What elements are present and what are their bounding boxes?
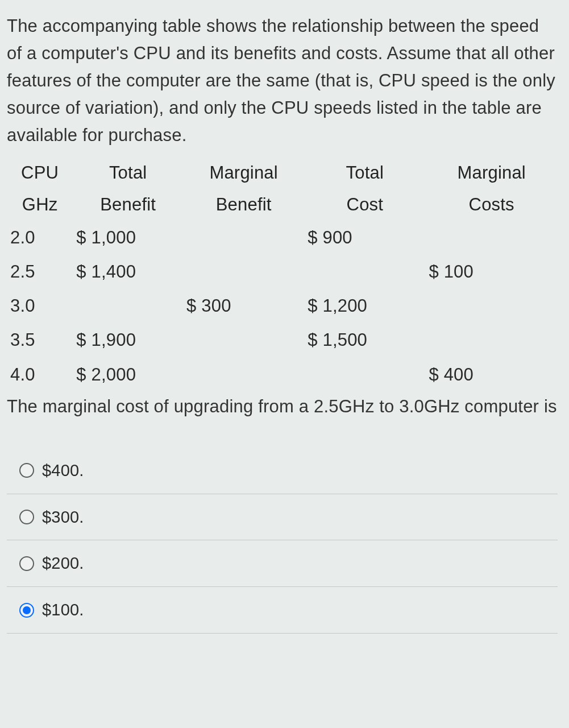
radio-icon	[19, 463, 34, 478]
option-200[interactable]: $200.	[7, 540, 558, 587]
data-table: CPU Total Marginal Total Marginal GHz Be…	[7, 157, 558, 391]
table-header-row-2: GHz Benefit Benefit Cost Costs	[7, 189, 558, 221]
cell-tc	[304, 358, 425, 392]
table-row: 3.0 $ 300 $ 1,200	[7, 289, 558, 323]
option-label: $400.	[42, 458, 84, 483]
option-label: $100.	[42, 597, 84, 623]
cell-mb	[183, 323, 304, 357]
option-300[interactable]: $300.	[7, 494, 558, 541]
header-tb-1: Total	[73, 157, 183, 189]
cell-tb: $ 1,000	[73, 221, 183, 255]
option-400[interactable]: $400.	[7, 448, 558, 494]
cell-tc: $ 1,200	[304, 289, 425, 323]
cell-mc	[425, 289, 558, 323]
header-mb-2: Benefit	[183, 189, 304, 221]
cell-mc	[425, 221, 558, 255]
cell-ghz: 2.0	[7, 221, 73, 255]
cell-ghz: 3.0	[7, 289, 73, 323]
table-row: 2.0 $ 1,000 $ 900	[7, 221, 558, 255]
radio-icon	[19, 603, 34, 618]
cell-tc: $ 1,500	[304, 323, 425, 357]
header-cpu-1: CPU	[7, 157, 73, 189]
table-header-row-1: CPU Total Marginal Total Marginal	[7, 157, 558, 189]
header-mc-2: Costs	[425, 189, 558, 221]
cell-mc: $ 100	[425, 255, 558, 289]
cell-tb: $ 2,000	[73, 358, 183, 392]
cell-ghz: 4.0	[7, 358, 73, 392]
cell-tc	[304, 255, 425, 289]
options-group: $400. $300. $200. $100.	[7, 448, 558, 634]
table-row: 2.5 $ 1,400 $ 100	[7, 255, 558, 289]
header-tc-2: Cost	[304, 189, 425, 221]
cell-mb	[183, 255, 304, 289]
table-row: 4.0 $ 2,000 $ 400	[7, 358, 558, 392]
header-tc-1: Total	[304, 157, 425, 189]
header-cpu-2: GHz	[7, 189, 73, 221]
header-tb-2: Benefit	[73, 189, 183, 221]
radio-icon	[19, 556, 34, 571]
option-label: $200.	[42, 551, 84, 576]
table-row: 3.5 $ 1,900 $ 1,500	[7, 323, 558, 357]
cell-ghz: 3.5	[7, 323, 73, 357]
cell-mb	[183, 221, 304, 255]
cell-tb	[73, 289, 183, 323]
cell-mb	[183, 358, 304, 392]
question-intro: The accompanying table shows the relatio…	[7, 13, 558, 149]
cell-mc: $ 400	[425, 358, 558, 392]
cell-tb: $ 1,900	[73, 323, 183, 357]
question-text: The marginal cost of upgrading from a 2.…	[7, 393, 558, 420]
cell-tc: $ 900	[304, 221, 425, 255]
cell-tb: $ 1,400	[73, 255, 183, 289]
option-100[interactable]: $100.	[7, 587, 558, 634]
cell-mb: $ 300	[183, 289, 304, 323]
header-mc-1: Marginal	[425, 157, 558, 189]
cell-mc	[425, 323, 558, 357]
radio-icon	[19, 510, 34, 524]
cell-ghz: 2.5	[7, 255, 73, 289]
option-label: $300.	[42, 504, 84, 530]
header-mb-1: Marginal	[183, 157, 304, 189]
